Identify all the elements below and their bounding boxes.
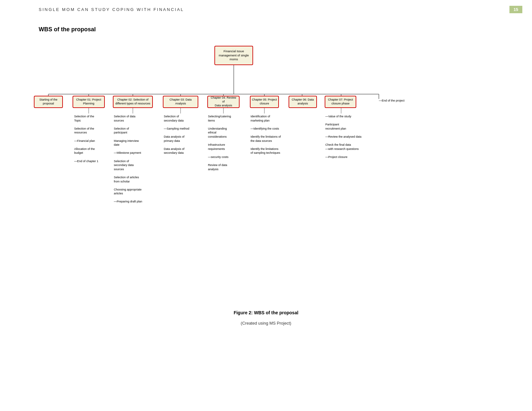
sub-ch03: Selection ofsecondary data —Sampling met… — [164, 114, 201, 155]
sub-ch02: Selection of datasources Selection ofpar… — [114, 114, 156, 204]
wbs-diagram: Financial Issuemanagement of singlemoms … — [31, 36, 514, 300]
node-ch02: Chapter 02: Selection ofdifferent types … — [113, 96, 153, 108]
node-ch01: Chapter 01: ProjectPlanning — [73, 96, 105, 108]
node-ch06: Chapter 06: Dataanalysis — [289, 96, 317, 108]
node-ch05: Chapter 05: Projectclosure — [250, 96, 279, 108]
sub-ch07: —Value of the study Participantrecruitme… — [325, 114, 370, 159]
section-title: WBS of the proposal — [0, 16, 532, 36]
node-start: Starting of theproposal — [34, 96, 63, 108]
connectors-svg — [31, 36, 514, 300]
node-ch04: Chapter 04: Review ofData analysis — [207, 96, 240, 108]
sub-ch05: Identification ofmarketing plan —Identif… — [251, 114, 289, 155]
page-number: 15 — [509, 6, 522, 13]
figure-sub: (Created using MS Project) — [0, 321, 532, 326]
end-of-project: —End of the project — [379, 99, 414, 103]
node-ch07: Chapter 07: Projectclosure phase — [325, 96, 356, 108]
node-ch03: Chapter 03: Data Analysis — [163, 96, 198, 108]
sub-ch04: Selecting/cateringitems Understandingeth… — [208, 114, 245, 171]
root-node: Financial Issuemanagement of singlemoms — [214, 46, 253, 65]
header-title: SINGLE MOM CAN STUDY COPING WITH FINANCI… — [39, 7, 184, 12]
page-header: SINGLE MOM CAN STUDY COPING WITH FINANCI… — [0, 0, 532, 16]
figure-caption: Figure 2: WBS of the proposal — [0, 310, 532, 317]
sub-ch01: Selection of theTopic Selection of there… — [74, 114, 110, 163]
